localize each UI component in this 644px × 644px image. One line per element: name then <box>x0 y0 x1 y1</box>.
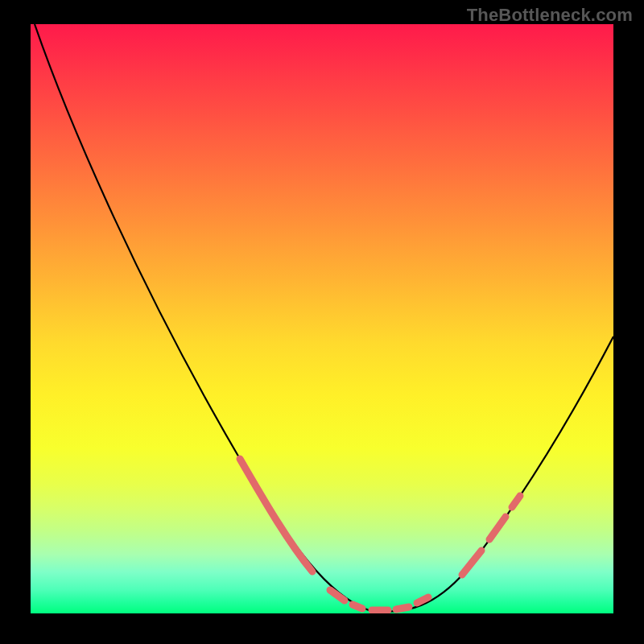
svg-line-5 <box>462 551 481 575</box>
svg-line-4 <box>417 597 428 603</box>
svg-line-3 <box>396 607 409 609</box>
highlight-right-band <box>462 496 520 575</box>
svg-line-6 <box>489 517 506 539</box>
svg-line-7 <box>512 496 520 507</box>
bottleneck-curve <box>35 24 613 612</box>
svg-line-0 <box>330 590 345 601</box>
chart-plot-area <box>31 24 613 613</box>
svg-line-1 <box>353 605 362 609</box>
bottleneck-curve-svg <box>31 24 613 613</box>
highlight-left-band <box>240 459 312 572</box>
watermark-label: TheBottleneck.com <box>467 5 633 26</box>
